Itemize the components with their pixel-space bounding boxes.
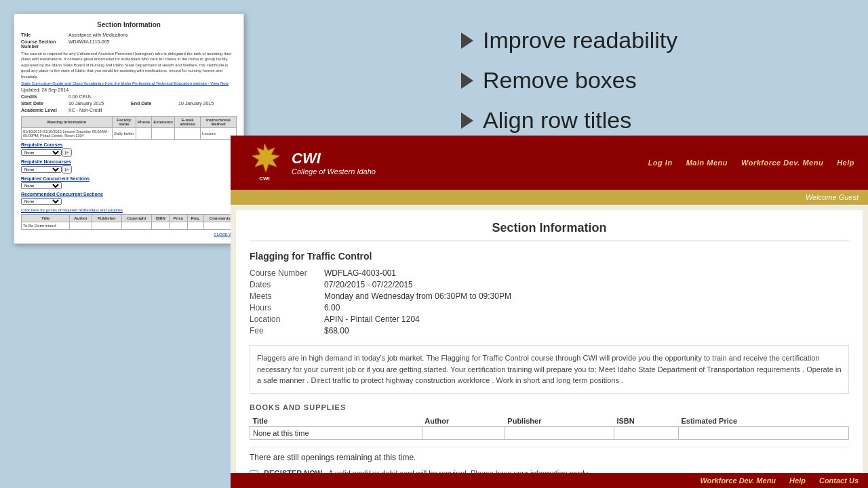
books-link[interactable]: Click here for prices of required textbo…	[21, 208, 123, 212]
cwi-info-grid: Course NumberWDFLAG-4003-001Dates07/20/2…	[250, 268, 849, 336]
books-col-header: Publisher	[505, 415, 614, 427]
books-cell: None at this time	[250, 426, 422, 439]
req-noncourses-select[interactable]: None	[21, 166, 62, 173]
req-concurrent: Required Concurrent Sections None	[21, 176, 237, 189]
books-cell	[678, 426, 848, 439]
books-col-header: ISBN	[614, 415, 678, 427]
info-value: APIN - Pintail Center 1204	[324, 314, 849, 324]
info-label: Course Number	[250, 268, 317, 278]
cwi-college-name: College of Western Idaho	[292, 167, 376, 176]
info-value: Monday and Wednesday from 06:30PM to 09:…	[324, 291, 849, 301]
info-value: WDFLAG-4003-001	[324, 268, 849, 278]
meeting-header: Meeting Information	[22, 116, 113, 127]
bullet-arrow-align	[461, 113, 473, 129]
cwi-books-table: TitleAuthorPublisherISBNEstimated Price …	[250, 415, 849, 440]
cwi-gold-bar: Welcome Guest	[231, 190, 868, 205]
cwi-course-name: Flagging for Traffic Control	[250, 251, 849, 262]
req-courses-btn[interactable]: |>	[62, 148, 72, 157]
books-cell	[614, 426, 678, 439]
phone-header: Phone	[136, 116, 151, 127]
meeting-table: Meeting Information Faculty name Phone E…	[21, 116, 237, 140]
academic-label: Academic Level	[21, 108, 68, 113]
info-label: Location	[250, 314, 317, 324]
end-value: 10 January 2015	[178, 101, 237, 106]
old-books-section: Click here for prices of required textbo…	[21, 207, 237, 230]
books-cell	[505, 426, 614, 439]
title-label: Title	[21, 33, 68, 37]
rec-concurrent: Recommended Concurrent Sections None	[21, 192, 237, 205]
close-button[interactable]: CLOSE WIN	[21, 232, 237, 237]
footer-contact[interactable]: Contact Us	[819, 476, 859, 485]
course-section-value: WDAWM-1110-005	[68, 39, 237, 49]
req-courses-select[interactable]: None	[21, 149, 62, 156]
req-noncourses-btn[interactable]: |>	[62, 165, 72, 174]
cwi-description: Flaggers are in high demand in today's j…	[250, 345, 849, 394]
books-col-header: Estimated Price	[678, 415, 848, 427]
title-value: Assistance with Medications	[68, 33, 237, 37]
bullet-item-readability: Improve readability	[461, 27, 854, 54]
info-value: $68.00	[324, 326, 849, 336]
info-value: 07/20/2015 - 07/22/2015	[324, 280, 849, 289]
faculty-name: Sally butler	[112, 127, 136, 139]
nav-help[interactable]: Help	[837, 159, 854, 167]
description-text: This course is required for any Unlicens…	[21, 51, 237, 79]
footer-workforce[interactable]: Workforce Dev. Menu	[700, 476, 776, 485]
email-header: E-mail address	[174, 116, 200, 127]
req-concurrent-title: Required Concurrent Sections	[21, 176, 237, 181]
req-concurrent-select[interactable]: None	[21, 182, 62, 189]
cwi-footer: Workforce Dev. Menu Help Contact Us	[231, 473, 868, 488]
method-header: Instructional Method	[201, 116, 237, 127]
bullets-section: Improve readability Remove boxes Align r…	[461, 27, 854, 147]
cwi-header: CWI CWI College of Western Idaho Log In …	[231, 136, 868, 190]
end-label: End Date	[131, 101, 178, 106]
rec-concurrent-select[interactable]: None	[21, 198, 62, 205]
cwi-logo-text: CWI College of Western Idaho	[292, 150, 376, 176]
req-courses: Requisite Courses None |>	[21, 142, 237, 157]
info-label: Meets	[250, 291, 317, 301]
cwi-openings: There are still openings remaining at th…	[250, 447, 849, 462]
extension-header: Extension	[152, 116, 175, 127]
cwi-main-content: Section Information Flagging for Traffic…	[236, 210, 863, 488]
footer-help[interactable]: Help	[789, 476, 806, 485]
welcome-text: Welcome Guest	[806, 193, 859, 201]
old-books-table: Title Author Publisher Copyright ISBN Pr…	[21, 214, 237, 230]
start-label: Start Date	[21, 101, 68, 106]
svg-marker-0	[252, 144, 279, 172]
old-panel-title: Section Information	[21, 21, 237, 28]
cwi-panel: CWI CWI College of Western Idaho Log In …	[231, 136, 868, 488]
meeting-value: 01/10/2015-01/10/2015 Lecture Saturday 0…	[22, 127, 113, 139]
cwi-nav: Log In Main Menu Workforce Dev. Menu Hel…	[648, 159, 854, 167]
cwi-logo-icon: CWI	[244, 142, 285, 183]
books-row-title: To Be Determined	[22, 222, 70, 229]
rec-concurrent-title: Recommended Concurrent Sections	[21, 192, 237, 197]
start-value: 10 January 2015	[68, 101, 127, 106]
credits-value: 0.00 CEUs	[68, 94, 237, 99]
nav-login[interactable]: Log In	[648, 159, 673, 167]
info-label: Hours	[250, 303, 317, 312]
req-noncourses: Requisite Noncourses None |>	[21, 159, 237, 174]
req-courses-title: Requisite Courses	[21, 142, 237, 147]
cwi-books-supplies: BOOKS AND SUPPLIES TitleAuthorPublisherI…	[250, 403, 849, 440]
course-section-label: Course Section Number	[21, 39, 68, 49]
credits-label: Credits	[21, 94, 68, 99]
cwi-logo: CWI CWI College of Western Idaho	[244, 142, 376, 183]
nav-workforce-menu[interactable]: Workforce Dev. Menu	[741, 159, 823, 167]
bullet-arrow-remove	[461, 73, 473, 89]
req-noncourses-title: Requisite Noncourses	[21, 159, 237, 164]
bullet-text-readability: Improve readability	[483, 27, 677, 54]
cwi-section-title: Section Information	[250, 221, 849, 241]
bullet-arrow-readability	[461, 33, 473, 49]
books-cell	[422, 426, 505, 439]
books-col-header: Title	[250, 415, 422, 427]
info-value: 6.00	[324, 303, 849, 312]
bullet-item-remove: Remove boxes	[461, 67, 854, 94]
faculty-header: Faculty name	[112, 116, 136, 127]
nav-main-menu[interactable]: Main Menu	[686, 159, 728, 167]
cwi-books-header: BOOKS AND SUPPLIES	[250, 403, 849, 411]
bullet-text-align: Align row titles	[483, 107, 631, 134]
description-sub[interactable]: State Curriculum Guide and Class Vocabul…	[21, 81, 237, 85]
svg-text:CWI: CWI	[259, 176, 270, 182]
bullet-text-remove: Remove boxes	[483, 67, 637, 94]
academic-value: XC - Non-Credit	[68, 108, 237, 113]
info-label: Dates	[250, 280, 317, 289]
